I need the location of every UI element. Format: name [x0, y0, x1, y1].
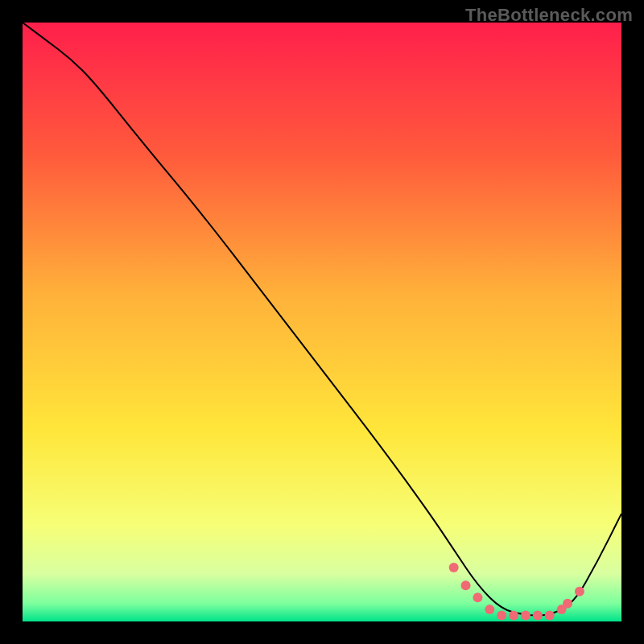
marker-dot: [533, 611, 543, 621]
marker-dot: [509, 611, 518, 621]
chart-container: TheBottleneck.com: [0, 0, 644, 644]
marker-dot: [497, 611, 506, 621]
marker-dot: [449, 563, 459, 572]
marker-dot: [473, 592, 482, 602]
bottleneck-chart: [0, 0, 644, 644]
marker-dot: [521, 611, 530, 621]
marker-dot: [545, 611, 555, 621]
marker-dot: [461, 580, 471, 590]
marker-dot: [563, 599, 572, 609]
plot-background: [23, 23, 621, 621]
watermark-text: TheBottleneck.com: [465, 5, 633, 26]
marker-dot: [485, 605, 494, 614]
marker-dot: [575, 587, 584, 597]
